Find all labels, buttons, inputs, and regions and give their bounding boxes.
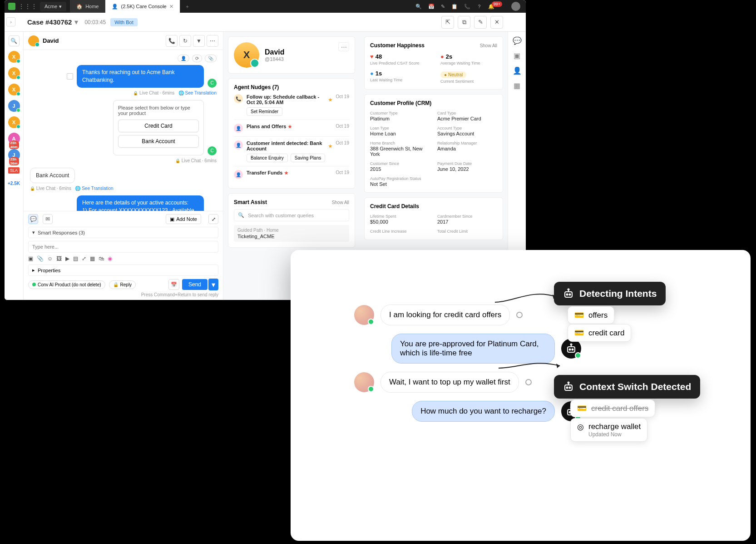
nudge-4[interactable]: 👤 Transfer Funds★ Oct 19: [234, 166, 349, 183]
add-tab-button[interactable]: ＋: [180, 3, 194, 10]
case-number[interactable]: Case #430762: [27, 18, 72, 26]
option-bank-account[interactable]: Bank Account: [118, 135, 199, 148]
chat-header: David 📞 ↻ ▼ ⋯: [24, 32, 223, 50]
tb-code[interactable]: ▦: [90, 255, 95, 262]
ov-user-msg-1: I am looking for credit card offers: [380, 304, 510, 325]
tab-home[interactable]: 🏠 Home: [70, 0, 105, 13]
more-button[interactable]: ⋯: [207, 35, 218, 47]
reply-lock[interactable]: 🔒 Reply: [109, 280, 136, 289]
rail-avatar-6[interactable]: A23h 40m: [8, 133, 20, 145]
nudge-1[interactable]: 📞 Follow up: Schedule callback - Oct 20,…: [234, 90, 349, 120]
rail-grid-icon[interactable]: ▦: [514, 81, 520, 90]
message-input[interactable]: [28, 241, 218, 253]
assist-search[interactable]: 🔍 Search with customer queries: [234, 209, 349, 221]
profile-name: David: [265, 48, 285, 56]
search-icon[interactable]: 🔍: [415, 4, 422, 10]
rail-avatar-4[interactable]: J: [8, 100, 20, 112]
rail-avatar-1[interactable]: X: [8, 51, 20, 63]
profile-more-button[interactable]: ⋯: [338, 42, 349, 51]
tb-image[interactable]: 🖼: [56, 255, 62, 262]
send-hint: Press Command+Return to send reply: [28, 292, 218, 297]
edit-icon[interactable]: ✎: [441, 4, 445, 10]
workspace-selector[interactable]: Acme▾: [40, 2, 66, 11]
composer-toolbar: ▣ 📎 ☺ 🖼 ▶ ▤ ⤢ ▦ 🛍 ◉: [28, 255, 218, 262]
bot-avatar-c: C: [208, 79, 217, 88]
mini-action-1[interactable]: 👤: [178, 55, 189, 62]
call-button[interactable]: 📞: [166, 35, 178, 47]
phone-icon: 📞: [234, 94, 243, 103]
add-note-button[interactable]: ▣ Add Note: [166, 214, 201, 224]
tb-emoji[interactable]: ☺: [47, 255, 53, 262]
send-button[interactable]: Send: [182, 279, 208, 290]
tb-cube[interactable]: ◉: [108, 255, 112, 262]
rail-person-icon[interactable]: 👤: [513, 66, 522, 75]
composer-tab-chat[interactable]: 💬: [28, 214, 38, 224]
tb-shop[interactable]: 🛍: [99, 255, 104, 262]
copy-button[interactable]: ⧉: [458, 16, 470, 29]
user-reply-msg: Bank Account: [30, 168, 75, 184]
clipboard-icon[interactable]: 📋: [451, 4, 458, 10]
app-grid-icon[interactable]: ⋮⋮⋮: [18, 3, 37, 10]
set-reminder-button[interactable]: Set Reminder: [247, 107, 282, 116]
expand-composer-button[interactable]: ⤢: [208, 214, 218, 224]
svg-point-1: [569, 349, 571, 350]
properties-toggle[interactable]: ▸ Properties: [28, 265, 218, 276]
nudge-3[interactable]: 👤 Customer intent detected: Bank Account…: [234, 137, 349, 166]
happiness-showall[interactable]: Show All: [480, 43, 497, 48]
bell-icon[interactable]: 🔔99+: [488, 4, 505, 10]
see-translation-link[interactable]: See Translation: [185, 90, 217, 95]
ov-bot-msg-2: How much do you want to recharge?: [412, 401, 555, 422]
rail-avatar-2[interactable]: X: [8, 67, 20, 79]
bot-avatar-c2: C: [208, 146, 217, 155]
svg-point-19: [569, 387, 571, 389]
refresh-button[interactable]: ↻: [179, 35, 191, 47]
svg-rect-17: [565, 385, 572, 390]
chip-old-intent: 💳 credit card offers: [570, 399, 655, 417]
rail-avatar-7[interactable]: J23h 36m: [8, 149, 20, 161]
tab-care-console[interactable]: 👤 (2.5K) Care Console✕: [105, 0, 180, 13]
tb-check[interactable]: ▣: [28, 255, 33, 262]
app-logo: [8, 3, 15, 10]
close-case-button[interactable]: ✕: [490, 16, 503, 29]
mini-action-2[interactable]: ⟳: [192, 55, 202, 62]
composer-tab-email[interactable]: ✉: [43, 214, 53, 224]
product-tag[interactable]: Conv AI Product (do not delete): [28, 280, 105, 289]
key-button[interactable]: ✎: [474, 16, 487, 29]
case-header: › Case #430762 ▾ 00:03:45 With Bot ⇱ ⧉ ✎…: [5, 13, 526, 32]
tb-expand[interactable]: ⤢: [82, 255, 86, 262]
calendar-icon[interactable]: 📅: [428, 4, 435, 10]
see-translation-link-2[interactable]: See Translation: [82, 186, 114, 191]
rail-search-button[interactable]: 🔍: [9, 35, 20, 46]
account-details-msg: Here are the details of your active acco…: [77, 195, 204, 211]
tb-video[interactable]: ▶: [65, 255, 69, 262]
rail-widget-icon[interactable]: ▣: [514, 51, 520, 60]
close-tab-icon[interactable]: ✕: [169, 4, 173, 10]
popout-button[interactable]: ⇱: [441, 16, 454, 29]
schedule-button[interactable]: 📅: [168, 279, 179, 290]
rail-chat-icon[interactable]: 💬: [513, 36, 522, 45]
mini-action-3[interactable]: 📎: [205, 55, 217, 62]
case-chevron-icon[interactable]: ▾: [74, 18, 78, 26]
detecting-intents-card: Detecting Intents: [554, 282, 666, 305]
smart-responses-toggle[interactable]: ▾ Smart Responses (3): [28, 227, 218, 238]
expand-rail-button[interactable]: ›: [6, 17, 15, 26]
option-credit-card[interactable]: Credit Card: [118, 120, 199, 132]
user-avatar[interactable]: [511, 2, 520, 11]
send-dropdown[interactable]: ▾: [208, 279, 218, 290]
rail-avatar-5[interactable]: X: [8, 116, 20, 128]
filter-button[interactable]: ▼: [193, 35, 205, 47]
help-icon[interactable]: ？: [477, 3, 482, 10]
rail-count[interactable]: +2.5K: [8, 181, 20, 186]
msg-checkbox[interactable]: [67, 73, 73, 80]
rail-avatar-3[interactable]: X: [8, 84, 20, 95]
tb-doc[interactable]: ▤: [73, 255, 78, 262]
saving-plans-button[interactable]: Saving Plans: [291, 154, 325, 162]
guided-path[interactable]: Guided Path · Home Ticketing_ACME: [234, 225, 349, 242]
balance-enquiry-button[interactable]: Balance Enquiry: [247, 154, 288, 162]
nudge-2[interactable]: 👤 Plans and Offers★ Oct 19: [234, 120, 349, 137]
phone-icon[interactable]: 📞: [464, 4, 470, 10]
assist-showall[interactable]: Show All: [332, 200, 349, 205]
nudges-title: Agent Nudges (7): [234, 84, 349, 90]
chat-body: 👤 ⟳ 📎 Thanks for reaching out to Acme Ba…: [24, 50, 223, 211]
tb-attach[interactable]: 📎: [37, 255, 44, 262]
